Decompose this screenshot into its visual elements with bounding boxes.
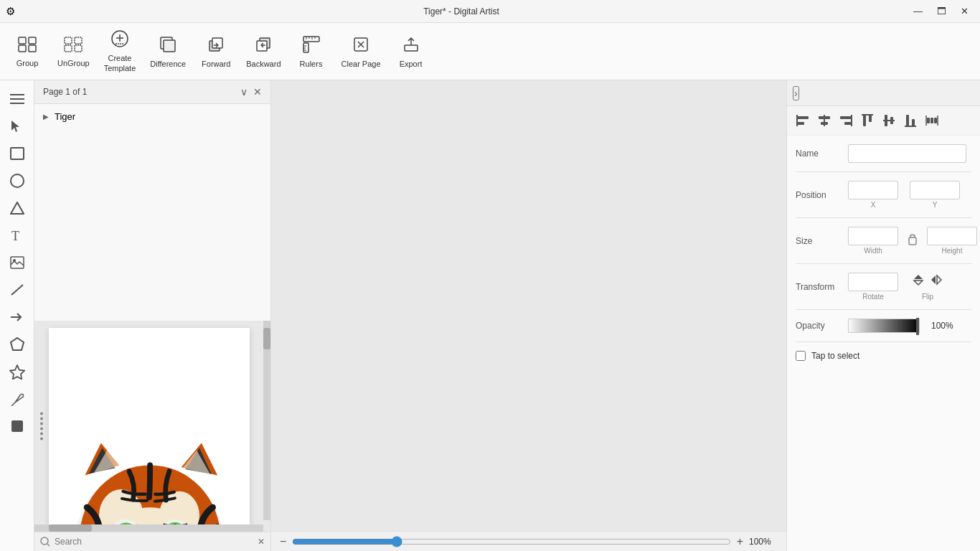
rotate-input[interactable] (848, 273, 898, 291)
align-center-h-button[interactable] (879, 110, 899, 131)
width-input[interactable] (848, 227, 898, 245)
svg-rect-96 (934, 118, 937, 123)
svg-marker-101 (914, 275, 923, 279)
ungroup-button[interactable]: UnGroup (52, 27, 95, 76)
drag-handle[interactable] (40, 413, 43, 441)
pen-tool-button[interactable] (4, 386, 30, 412)
search-input[interactable] (55, 537, 253, 547)
svg-rect-5 (75, 37, 82, 44)
maximize-button[interactable]: 🗖 (931, 4, 952, 18)
difference-button[interactable]: Difference (144, 27, 192, 76)
select-tool-button[interactable] (4, 113, 30, 139)
x-label: X (848, 201, 898, 209)
main-area: T Page 1 of 1 ∨ (0, 80, 980, 551)
opacity-slider-track[interactable] (848, 319, 920, 333)
titlebar: ⚙ Tiger* - Digital Artist — 🗖 ✕ (0, 0, 980, 23)
right-panel-expand-button[interactable]: › (793, 86, 799, 100)
create-template-button[interactable]: CreateTemplate (98, 27, 142, 76)
image-tool-button[interactable] (4, 250, 30, 276)
flip-horizontal-button[interactable] (930, 273, 943, 288)
scrollbar-vertical[interactable] (263, 321, 270, 520)
scrollbar-horizontal[interactable] (34, 524, 263, 532)
svg-rect-3 (29, 45, 36, 52)
svg-rect-4 (65, 37, 72, 44)
svg-rect-27 (405, 45, 418, 51)
properties-panel: Name Position X Y Size (787, 136, 980, 369)
align-top-button[interactable] (857, 110, 877, 131)
layers-page-info: Page 1 of 1 (43, 87, 87, 97)
line-tool-button[interactable] (4, 277, 30, 303)
height-input[interactable] (927, 227, 977, 245)
zoom-slider[interactable] (292, 536, 730, 547)
tap-to-select-checkbox[interactable] (796, 351, 806, 361)
height-group: Height (927, 227, 977, 255)
forward-icon (207, 35, 225, 57)
rectangle-tool-button[interactable] (4, 141, 30, 166)
flip-buttons (913, 273, 943, 288)
right-panel: › (786, 80, 980, 551)
search-clear-button[interactable]: ✕ (258, 537, 265, 547)
width-sub-label: Width (848, 247, 898, 255)
text-tool-button[interactable]: T (4, 222, 30, 248)
layers-close-button[interactable]: ✕ (253, 86, 262, 98)
svg-point-75 (41, 537, 48, 545)
layers-collapse-button[interactable]: ∨ (240, 86, 248, 98)
group-button[interactable]: Group (6, 27, 49, 76)
star-tool-button[interactable] (4, 359, 30, 385)
zoom-in-button[interactable]: + (737, 535, 743, 548)
triangle-tool-button[interactable] (4, 195, 30, 221)
settings-icon[interactable]: ⚙ (6, 5, 15, 18)
drawing-canvas[interactable] (49, 328, 250, 532)
circle-tool-button[interactable] (4, 168, 30, 194)
svg-marker-103 (931, 276, 936, 284)
distribute-button[interactable] (922, 110, 942, 131)
tiger-illustration (49, 331, 250, 532)
hamburger-menu-button[interactable] (4, 86, 30, 112)
forward-button[interactable]: Forward (194, 27, 237, 76)
rulers-label: Rulers (300, 60, 323, 68)
minimize-button[interactable]: — (908, 4, 928, 18)
name-input[interactable] (848, 144, 966, 163)
divider-5 (796, 342, 971, 342)
svg-marker-39 (11, 338, 24, 350)
close-button[interactable]: ✕ (955, 4, 974, 18)
position-label: Position (796, 190, 842, 200)
forward-label: Forward (202, 60, 230, 68)
rulers-button[interactable]: Rulers (290, 27, 333, 76)
align-left-button[interactable] (793, 110, 813, 131)
search-icon (40, 537, 50, 547)
clear-page-icon (352, 35, 370, 57)
align-right-button[interactable] (836, 110, 856, 131)
clear-page-button[interactable]: Clear Page (336, 27, 387, 76)
position-x-input[interactable] (848, 181, 898, 199)
lock-aspect-button[interactable] (904, 232, 921, 250)
svg-rect-32 (11, 148, 24, 159)
svg-line-41 (11, 405, 13, 406)
zoom-out-button[interactable]: − (280, 535, 286, 548)
create-template-label: CreateTemplate (104, 54, 136, 72)
list-item[interactable]: ▶ Tiger (34, 107, 270, 126)
layer-list: ▶ Tiger (34, 104, 270, 321)
search-bar: ✕ (34, 532, 270, 551)
svg-marker-34 (11, 202, 24, 214)
svg-rect-78 (797, 122, 804, 125)
svg-marker-40 (10, 365, 24, 380)
svg-line-38 (11, 285, 23, 295)
position-property-row: Position X Y (796, 181, 971, 209)
align-center-v-button[interactable] (814, 110, 834, 131)
arrow-tool-button[interactable] (4, 304, 30, 330)
svg-line-76 (47, 544, 50, 546)
backward-button[interactable]: Backward (240, 27, 286, 76)
fill-tool-button[interactable] (4, 413, 30, 439)
opacity-label: Opacity (796, 321, 842, 331)
polygon-tool-button[interactable] (4, 331, 30, 357)
divider-1 (796, 171, 971, 172)
export-button[interactable]: Export (390, 27, 433, 76)
align-bottom-button[interactable] (900, 110, 920, 131)
alignment-tools-row (787, 106, 980, 136)
size-label: Size (796, 236, 842, 246)
position-y-input[interactable] (910, 181, 960, 199)
tap-to-select-label[interactable]: Tap to select (811, 351, 859, 361)
svg-rect-93 (912, 119, 915, 126)
flip-vertical-button[interactable] (913, 273, 924, 288)
